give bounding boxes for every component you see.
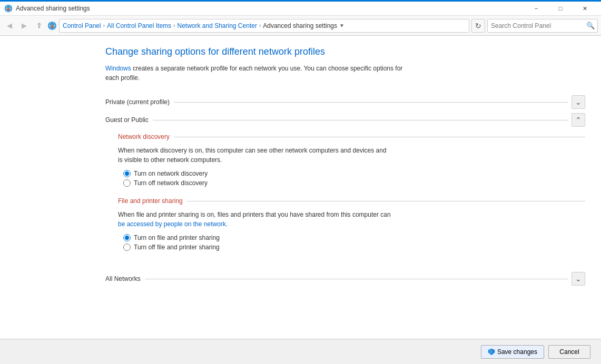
profile-private-label: Private (current profile) bbox=[105, 98, 170, 106]
profile-all-line bbox=[145, 279, 568, 279]
title-bar: Advanced sharing settings − □ ✕ bbox=[0, 0, 601, 16]
address-bar: ◀ ▶ ⇧ Control Panel › All Control Panel … bbox=[0, 16, 601, 36]
title-bar-title: Advanced sharing settings bbox=[16, 5, 90, 12]
subsection-nd-desc: When network discovery is on, this compu… bbox=[118, 146, 392, 165]
close-button[interactable]: ✕ bbox=[573, 1, 597, 16]
network-discovery-options: Turn on network discovery Turn off netwo… bbox=[118, 170, 585, 187]
nd-off-option[interactable]: Turn off network discovery bbox=[123, 179, 585, 187]
cancel-button[interactable]: Cancel bbox=[548, 345, 590, 359]
title-bar-controls: − □ ✕ bbox=[524, 1, 597, 16]
title-bar-left: Advanced sharing settings bbox=[4, 4, 90, 13]
breadcrumb-network-icon bbox=[47, 21, 57, 31]
breadcrumb-bar: Control Panel › All Control Panel Items … bbox=[59, 19, 469, 33]
page-heading: Change sharing options for different net… bbox=[105, 46, 585, 57]
subsection-network-discovery: Network discovery When network discovery… bbox=[118, 133, 585, 187]
save-changes-label: Save changes bbox=[497, 348, 537, 356]
nd-on-label: Turn on network discovery bbox=[134, 170, 208, 177]
profile-guest-header: Guest or Public ⌃ bbox=[105, 113, 585, 127]
profile-guest-line bbox=[153, 120, 568, 120]
breadcrumb-dropdown-icon[interactable]: ▼ bbox=[339, 23, 344, 28]
nd-off-label: Turn off network discovery bbox=[134, 179, 208, 187]
subsection-nd-title: Network discovery bbox=[118, 133, 170, 140]
subsection-file-printer: File and printer sharing When file and p… bbox=[118, 197, 585, 251]
subsection-fp-desc: When file and printer sharing is on, fil… bbox=[118, 210, 392, 229]
profile-guest-label: Guest or Public bbox=[105, 116, 149, 124]
windows-highlight: Windows bbox=[105, 65, 131, 72]
page-description: Windows creates a separate network profi… bbox=[105, 64, 406, 83]
subsection-nd-header: Network discovery bbox=[118, 133, 585, 140]
profile-private-line bbox=[174, 102, 568, 103]
save-changes-button[interactable]: ! Save changes bbox=[481, 345, 544, 359]
minimize-button[interactable]: − bbox=[524, 1, 548, 16]
file-printer-options: Turn on file and printer sharing Turn of… bbox=[118, 234, 585, 251]
subsection-fp-title: File and printer sharing bbox=[118, 197, 183, 205]
fps-off-label: Turn off file and printer sharing bbox=[134, 244, 220, 251]
profile-all-networks: All Networks ⌄ bbox=[105, 272, 585, 286]
fps-on-radio[interactable] bbox=[123, 234, 131, 241]
back-button[interactable]: ◀ bbox=[3, 19, 16, 32]
subsection-fp-header: File and printer sharing bbox=[118, 197, 585, 205]
profile-all-label: All Networks bbox=[105, 275, 141, 282]
fps-off-option[interactable]: Turn off file and printer sharing bbox=[123, 244, 585, 251]
footer: ! Save changes Cancel bbox=[0, 339, 601, 364]
nd-on-radio[interactable] bbox=[123, 170, 131, 177]
fps-off-radio[interactable] bbox=[123, 244, 131, 251]
fps-on-option[interactable]: Turn on file and printer sharing bbox=[123, 234, 585, 241]
profile-guest-content: Network discovery When network discovery… bbox=[105, 127, 585, 268]
fp-desc-link: be accessed by people on the network. bbox=[118, 220, 228, 228]
maximize-button[interactable]: □ bbox=[548, 1, 573, 16]
profile-private: Private (current profile) ⌄ bbox=[105, 95, 585, 109]
breadcrumb-all-items[interactable]: All Control Panel Items bbox=[107, 22, 171, 29]
shield-icon: ! bbox=[488, 348, 495, 356]
search-box: 🔍 bbox=[487, 19, 598, 33]
breadcrumb-network-center[interactable]: Network and Sharing Center bbox=[177, 22, 257, 29]
cancel-label: Cancel bbox=[559, 348, 579, 356]
svg-text:!: ! bbox=[491, 350, 492, 353]
search-button[interactable]: 🔍 bbox=[584, 19, 597, 33]
search-input[interactable] bbox=[488, 19, 584, 32]
up-button[interactable]: ⇧ bbox=[33, 19, 45, 32]
main-content: Change sharing options for different net… bbox=[0, 36, 601, 339]
forward-button[interactable]: ▶ bbox=[18, 19, 31, 32]
title-bar-icon bbox=[4, 4, 13, 13]
subsection-fp-line bbox=[187, 201, 585, 201]
fps-on-label: Turn on file and printer sharing bbox=[134, 234, 220, 241]
profile-all-toggle[interactable]: ⌄ bbox=[572, 272, 585, 286]
profile-all-header: All Networks ⌄ bbox=[105, 272, 585, 286]
profile-guest: Guest or Public ⌃ Network discovery When… bbox=[105, 113, 585, 268]
breadcrumb-current: Advanced sharing settings bbox=[263, 22, 337, 29]
nd-off-radio[interactable] bbox=[123, 179, 131, 187]
subsection-nd-line bbox=[174, 137, 585, 137]
refresh-button[interactable]: ↻ bbox=[471, 19, 485, 33]
nd-on-option[interactable]: Turn on network discovery bbox=[123, 170, 585, 177]
profile-private-header: Private (current profile) ⌄ bbox=[105, 95, 585, 109]
breadcrumb-control-panel[interactable]: Control Panel bbox=[63, 22, 101, 29]
profile-guest-toggle[interactable]: ⌃ bbox=[572, 113, 585, 127]
profile-private-toggle[interactable]: ⌄ bbox=[572, 95, 585, 109]
